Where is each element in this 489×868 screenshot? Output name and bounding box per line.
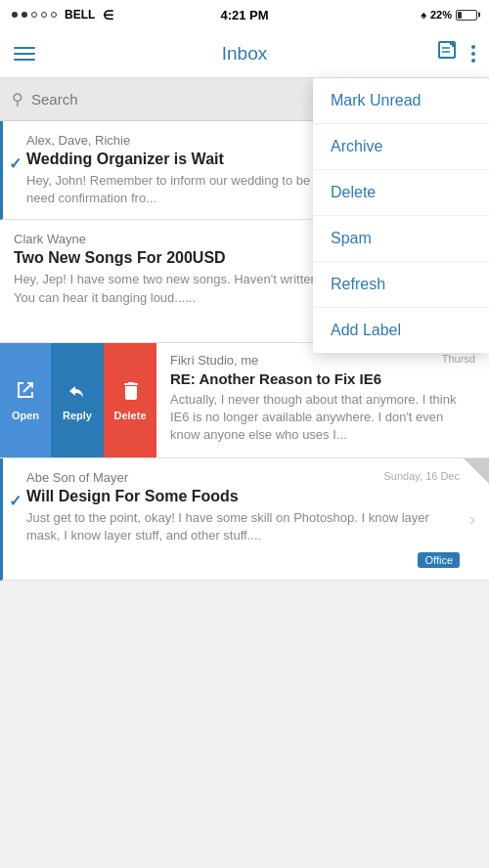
- battery-fill: [458, 12, 462, 19]
- trash-icon: [119, 379, 141, 406]
- swipe-open-button[interactable]: Open: [0, 343, 51, 457]
- dropdown-archive[interactable]: Archive: [313, 124, 489, 170]
- email-sender-2: Clark Wayne: [14, 232, 86, 246]
- email-item-4[interactable]: ✓ Abe Son of Mayer Sunday, 16 Dec Will D…: [0, 458, 489, 581]
- swipe-delete-button[interactable]: Delete: [104, 343, 156, 457]
- delete-label: Delete: [113, 410, 146, 421]
- email-preview-4: Just get to the point, okay! I have some…: [26, 509, 460, 544]
- email-item-3-wrapper: Open Reply Delete: [0, 343, 489, 458]
- dropdown-add-label[interactable]: Add Label: [313, 308, 489, 353]
- signal-dot-1: [12, 12, 18, 18]
- header: Inbox: [0, 29, 489, 78]
- email-date-3: Thursd: [442, 353, 475, 365]
- wifi-icon: ∈: [103, 8, 113, 22]
- signal-dot-2: [22, 12, 27, 18]
- reply-icon: [67, 379, 88, 406]
- email-item-3[interactable]: Fikri Studio, me Thursd RE: Another Reas…: [156, 343, 489, 457]
- checkmark-icon-1: ✓: [9, 154, 22, 173]
- dropdown-spam[interactable]: Spam: [313, 216, 489, 262]
- status-time: 4:21 PM: [220, 8, 268, 22]
- signal-dot-5: [51, 12, 57, 18]
- open-icon: [15, 379, 36, 406]
- search-icon: ⚲: [12, 90, 23, 108]
- compose-button[interactable]: [436, 39, 460, 67]
- dropdown-mark-unread[interactable]: Mark Unread: [313, 78, 489, 124]
- reply-label: Reply: [63, 410, 92, 421]
- header-actions: [436, 39, 475, 67]
- signal-dot-4: [41, 12, 47, 18]
- email-subject-4: Will Design For Some Foods: [26, 488, 437, 505]
- status-left: BELL ∈: [12, 8, 113, 22]
- dropdown-delete[interactable]: Delete: [313, 170, 489, 216]
- dropdown-refresh[interactable]: Refresh: [313, 262, 489, 308]
- status-right: ♠ 22%: [421, 9, 477, 21]
- battery-icon: [456, 10, 477, 21]
- checkmark-icon-4: ✓: [9, 492, 22, 510]
- email-sender-4: Abe Son of Mayer: [26, 470, 128, 485]
- office-badge-4: Office: [418, 552, 460, 568]
- hamburger-menu-icon[interactable]: [14, 47, 35, 61]
- battery-percent: 22%: [430, 9, 452, 21]
- status-bar: BELL ∈ 4:21 PM ♠ 22%: [0, 0, 489, 29]
- email-date-4: Sunday, 16 Dec: [384, 470, 460, 482]
- email-sender-3: Fikri Studio, me: [170, 353, 258, 368]
- email-preview-3: Actually, I never though about that anym…: [170, 391, 475, 445]
- swipe-reply-button[interactable]: Reply: [51, 343, 104, 457]
- bluetooth-icon: ♠: [421, 9, 426, 21]
- inbox-title: Inbox: [222, 43, 267, 65]
- dropdown-menu: Mark Unread Archive Delete Spam Refresh …: [313, 78, 489, 353]
- more-button[interactable]: [471, 45, 475, 63]
- chevron-right-icon-4: ›: [469, 508, 475, 529]
- star-corner-4: [464, 458, 489, 484]
- carrier-label: BELL: [65, 8, 95, 22]
- email-subject-3: RE: Another Reason to Fix IE6: [170, 370, 475, 387]
- open-label: Open: [12, 410, 39, 421]
- signal-dot-3: [31, 12, 37, 18]
- swipe-actions-3: Open Reply Delete: [0, 343, 156, 457]
- email-sender-1: Alex, Dave, Richie: [26, 133, 130, 148]
